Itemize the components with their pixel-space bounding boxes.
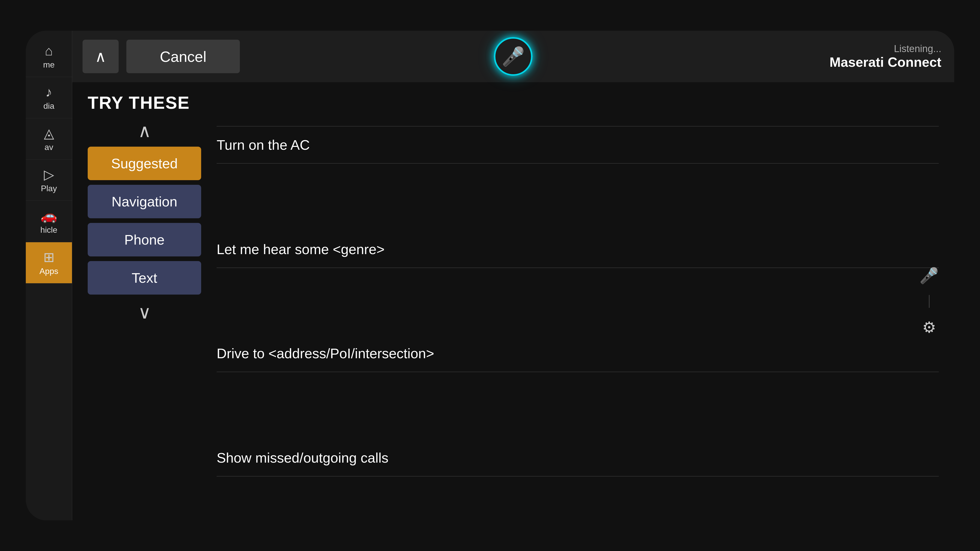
suggestions-panel: Turn on the AC Let me hear some <genre> … [216,92,939,510]
mic-ring[interactable]: 🎤 [494,37,533,76]
chevron-up-icon: ∧ [138,121,151,141]
right-icons: 🎤 ⚙ [920,267,939,336]
scroll-up-button[interactable]: ∧ [138,121,151,141]
microphone-icon: 🎤 [502,46,525,68]
sidebar-media-label: dia [43,101,54,111]
scroll-down-button[interactable]: ∨ [138,302,151,323]
cancel-label: Cancel [160,48,207,65]
status-area: Listening... Maserati Connect [830,43,941,70]
icon-divider [929,295,929,308]
phone-label: Phone [124,232,164,248]
suggestion-text-1: Turn on the AC [216,137,310,152]
cancel-button[interactable]: Cancel [126,40,240,73]
play-icon: ▷ [44,167,54,182]
chevron-up-icon: ∧ [95,48,106,65]
main-content: ∧ Cancel 🎤 Listening... Maserati Connect… [72,31,954,520]
sidebar-home-label: me [43,60,54,70]
mic-container: 🎤 [494,37,533,76]
apps-icon: ⊞ [43,249,55,265]
music-icon: ♪ [46,84,52,100]
navigation-label: Navigation [111,194,177,210]
text-label: Text [132,270,157,286]
sidebar: ⌂ me ♪ dia ◬ av ▷ Play 🚗 hicle ⊞ Apps [26,31,72,520]
content-area: TRY THESE ∧ Suggested Navigation Phone T… [72,82,954,520]
home-icon: ⌂ [45,43,53,59]
sidebar-item-nav[interactable]: ◬ av [26,118,72,160]
suggestion-text-3: Drive to <address/PoI/intersection> [216,346,434,361]
suggestion-text-4: Show missed/outgoing calls [216,450,388,465]
category-navigation-button[interactable]: Navigation [88,185,201,218]
sidebar-item-vehicle[interactable]: 🚗 hicle [26,201,72,242]
chevron-down-icon: ∨ [138,302,151,322]
top-bar: ∧ Cancel 🎤 Listening... Maserati Connect [72,31,954,82]
sidebar-item-apps[interactable]: ⊞ Apps [26,242,72,284]
suggestion-item-2[interactable]: Let me hear some <genre> [216,231,939,268]
sidebar-apps-label: Apps [40,267,58,276]
listening-label: Listening... [830,43,941,54]
category-suggested-button[interactable]: Suggested [88,147,201,180]
vehicle-icon: 🚗 [40,208,57,224]
screen: ⌂ me ♪ dia ◬ av ▷ Play 🚗 hicle ⊞ Apps ∧ [26,31,954,520]
sidebar-nav-label: av [45,143,53,152]
suggestion-item-3[interactable]: Drive to <address/PoI/intersection> [216,335,939,372]
microphone-small-icon[interactable]: 🎤 [920,267,939,285]
back-button[interactable]: ∧ [83,40,119,73]
sidebar-vehicle-label: hicle [40,225,57,235]
sidebar-play-label: Play [41,184,57,193]
gear-icon[interactable]: ⚙ [922,318,936,336]
suggestion-item-4[interactable]: Show missed/outgoing calls [216,440,939,476]
suggestion-text-2: Let me hear some <genre> [216,241,385,257]
suggestion-item-1[interactable]: Turn on the AC [216,126,939,164]
sidebar-item-media[interactable]: ♪ dia [26,77,72,118]
sidebar-item-play[interactable]: ▷ Play [26,160,72,201]
brand-label: Maserati Connect [830,54,941,70]
try-these-title: TRY THESE [88,92,190,113]
category-text-button[interactable]: Text [88,261,201,295]
suggested-label: Suggested [111,156,178,171]
category-panel: TRY THESE ∧ Suggested Navigation Phone T… [88,92,201,510]
category-phone-button[interactable]: Phone [88,223,201,256]
nav-icon: ◬ [44,125,54,141]
sidebar-item-home[interactable]: ⌂ me [26,36,72,77]
